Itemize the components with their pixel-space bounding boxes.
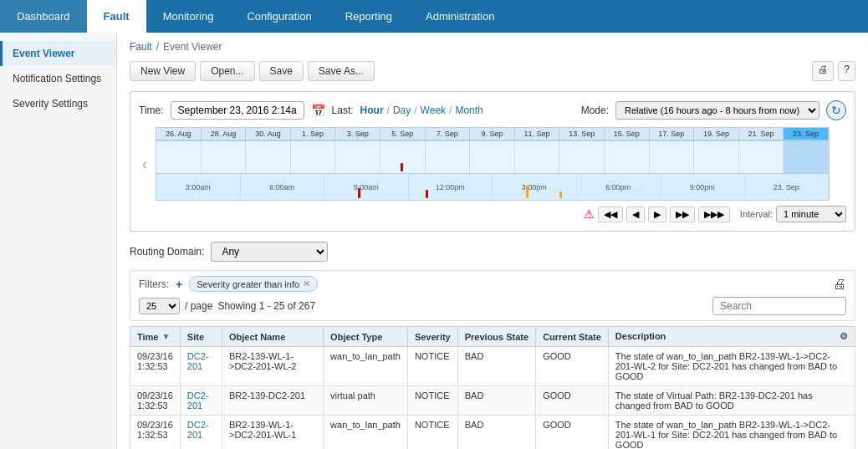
day-seg-3 bbox=[291, 141, 336, 173]
timeline: ‹ 26. Aug 28. Aug 30. Aug 1. Sep 3. Sep … bbox=[139, 127, 846, 201]
print-icon[interactable]: 🖨 bbox=[812, 61, 834, 81]
last-hour-link[interactable]: Hour bbox=[360, 105, 384, 116]
nav-fault[interactable]: Fault bbox=[87, 0, 146, 33]
time-input[interactable] bbox=[171, 101, 304, 120]
timeline-controls: ⚠ ◀◀ ◀ ▶ ▶▶ ▶▶▶ Interval: 1 minute 5 min… bbox=[139, 206, 846, 222]
day-bar[interactable] bbox=[156, 140, 830, 174]
prev-button[interactable]: ◀ bbox=[626, 207, 645, 222]
site-link-1[interactable]: DC2-201 bbox=[187, 390, 209, 411]
nav-administration[interactable]: Administration bbox=[409, 0, 511, 33]
col-severity[interactable]: Severity bbox=[407, 327, 457, 347]
cell-objtype-0: wan_to_lan_path bbox=[324, 347, 408, 386]
day-seg-0 bbox=[156, 141, 202, 173]
col-curr-state[interactable]: Current State bbox=[536, 327, 609, 347]
table-settings-icon[interactable]: ⚙ bbox=[840, 331, 848, 342]
site-link-0[interactable]: DC2-201 bbox=[187, 351, 209, 371]
table-row: 09/23/161:32:53 DC2-201 BR2-139-DC2-201 … bbox=[130, 386, 855, 416]
nav-reporting[interactable]: Reporting bbox=[329, 0, 409, 33]
last-week-link[interactable]: Week bbox=[421, 105, 446, 116]
nav-monitoring[interactable]: Monitoring bbox=[146, 0, 231, 33]
site-link-2[interactable]: DC2-201 bbox=[187, 420, 209, 440]
save-button[interactable]: Save bbox=[259, 61, 304, 81]
toolbar: New View Open... Save Save As... 🖨 ? bbox=[130, 61, 855, 81]
last-label: Last: bbox=[332, 105, 354, 116]
open-button[interactable]: Open... bbox=[200, 61, 254, 81]
table-row: 09/23/161:32:53 DC2-201 BR2-139-WL-1->DC… bbox=[130, 416, 855, 450]
calendar-icon[interactable]: 📅 bbox=[311, 104, 325, 117]
per-page-unit: / page bbox=[185, 300, 212, 312]
month-seg-7: 9. Sep bbox=[470, 128, 515, 140]
hour-seg-4: 3:00pm bbox=[493, 174, 577, 200]
day-seg-8 bbox=[515, 141, 560, 173]
hour-seg-1: 6:00am bbox=[241, 174, 325, 200]
play-button[interactable]: ▶ bbox=[648, 207, 666, 222]
warning-icon[interactable]: ⚠ bbox=[584, 207, 595, 221]
refresh-button[interactable]: ↻ bbox=[826, 100, 846, 120]
pagination-info: Showing 1 - 25 of 267 bbox=[217, 300, 707, 312]
col-object-name[interactable]: Object Name bbox=[222, 327, 324, 347]
help-icon[interactable]: ? bbox=[838, 61, 855, 81]
breadcrumb-parent[interactable]: Fault bbox=[130, 41, 152, 53]
timeline-nav-left[interactable]: ‹ bbox=[139, 156, 151, 173]
col-object-type[interactable]: Object Type bbox=[324, 327, 408, 347]
cell-site-1: DC2-201 bbox=[180, 386, 222, 416]
month-seg-5: 5. Sep bbox=[380, 128, 426, 140]
new-view-button[interactable]: New View bbox=[130, 61, 196, 81]
cell-desc-0: The state of wan_to_lan_path BR2-139-WL-… bbox=[608, 347, 855, 386]
month-seg-8: 11. Sep bbox=[515, 128, 560, 140]
month-seg-10: 15. Sep bbox=[605, 128, 650, 140]
next-button[interactable]: ▶▶ bbox=[670, 207, 695, 222]
day-seg-10 bbox=[605, 141, 650, 173]
breadcrumb-current: Event Viewer bbox=[163, 41, 222, 53]
col-description[interactable]: Description ⚙ bbox=[608, 327, 855, 347]
hour-seg-2: 9:00am bbox=[324, 174, 409, 200]
pagination-row: 25 50 100 / page Showing 1 - 25 of 267 bbox=[139, 297, 846, 315]
table-row: 09/23/161:32:53 DC2-201 BR2-139-WL-1->DC… bbox=[130, 347, 855, 386]
hour-seg-3: 12:00pm bbox=[409, 174, 493, 200]
day-seg-13 bbox=[739, 141, 784, 173]
interval-select[interactable]: 1 minute 5 minutes 15 minutes 1 hour bbox=[776, 206, 846, 222]
day-seg-7 bbox=[470, 141, 515, 173]
cell-currstate-2: GOOD bbox=[536, 416, 609, 450]
cell-time-2: 09/23/161:32:53 bbox=[130, 416, 181, 450]
cell-objtype-2: wan_to_lan_path bbox=[324, 416, 408, 450]
month-seg-11: 17. Sep bbox=[650, 128, 695, 140]
sidebar-item-event-viewer[interactable]: Event Viewer bbox=[0, 41, 116, 66]
breadcrumb-separator: / bbox=[156, 41, 159, 53]
nav-dashboard[interactable]: Dashboard bbox=[0, 0, 87, 33]
cell-desc-2: The state of wan_to_lan_path BR2-139-WL-… bbox=[608, 416, 855, 450]
cell-desc-1: The state of Virtual Path: BR2-139-DC2-2… bbox=[608, 386, 855, 416]
col-prev-state[interactable]: Previous State bbox=[457, 327, 535, 347]
main-content: Fault / Event Viewer New View Open... Sa… bbox=[117, 33, 868, 449]
routing-domain-label: Routing Domain: bbox=[130, 246, 204, 258]
cell-currstate-1: GOOD bbox=[536, 386, 609, 416]
export-icon[interactable]: 🖨 bbox=[833, 277, 846, 292]
sidebar-item-severity-settings[interactable]: Severity Settings bbox=[0, 91, 116, 116]
cell-time-0: 09/23/161:32:53 bbox=[130, 347, 181, 386]
day-seg-1 bbox=[202, 141, 247, 173]
prev-prev-button[interactable]: ◀◀ bbox=[598, 207, 623, 222]
mode-select[interactable]: Relative (16 hours ago - 8 hours from no… bbox=[615, 101, 819, 120]
per-page-select[interactable]: 25 50 100 bbox=[139, 298, 180, 314]
nav-configuration[interactable]: Configuration bbox=[230, 0, 328, 33]
cell-objtype-1: virtual path bbox=[324, 386, 408, 416]
last-day-link[interactable]: Day bbox=[393, 105, 411, 116]
breadcrumb: Fault / Event Viewer bbox=[130, 41, 855, 53]
save-as-button[interactable]: Save As... bbox=[308, 61, 375, 81]
col-site[interactable]: Site bbox=[180, 327, 222, 347]
sort-arrow-time: ▼ bbox=[161, 332, 170, 341]
sidebar-item-notification-settings[interactable]: Notification Settings bbox=[0, 66, 116, 91]
add-filter-button[interactable]: + bbox=[176, 278, 182, 291]
last-month-link[interactable]: Month bbox=[455, 105, 483, 116]
routing-domain-select[interactable]: Any bbox=[211, 242, 328, 262]
filter-remove-button[interactable]: ✕ bbox=[303, 278, 310, 289]
col-time[interactable]: Time ▼ bbox=[130, 327, 181, 347]
cell-currstate-0: GOOD bbox=[536, 347, 609, 386]
month-seg-12: 19. Sep bbox=[694, 128, 739, 140]
month-seg-4: 3. Sep bbox=[335, 128, 380, 140]
next-next-button[interactable]: ▶▶▶ bbox=[698, 207, 730, 222]
month-seg-3: 1. Sep bbox=[291, 128, 336, 140]
month-seg-0: 26. Aug bbox=[156, 128, 202, 140]
search-input[interactable] bbox=[712, 297, 846, 315]
time-panel: Time: 📅 Last: Hour / Day / Week / Month … bbox=[130, 91, 855, 232]
